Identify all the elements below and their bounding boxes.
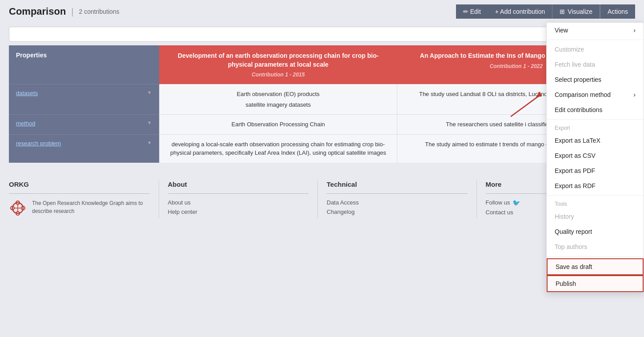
- footer-technical: Technical Data Access Changelog: [318, 181, 477, 218]
- dropdown-save-as-draft[interactable]: Save as draft: [547, 258, 644, 275]
- footer-orkg-title: ORKG: [9, 181, 150, 188]
- table-row: research problem ▼ developing a local-sc…: [9, 134, 635, 163]
- dropdown-comparison-method[interactable]: Comparison method ›: [547, 87, 644, 102]
- datasets-paper1-value-1: Earth observation (EO) products: [237, 90, 320, 99]
- chevron-right-icon: ›: [633, 27, 636, 34]
- export-section-label: Export: [547, 121, 644, 133]
- actions-button[interactable]: Actions: [600, 4, 635, 19]
- page-title: Comparison: [9, 6, 66, 17]
- actions-dropdown: View › Customize Fetch live data Select …: [546, 22, 644, 293]
- dropdown-export-csv[interactable]: Export as CSV: [547, 148, 644, 163]
- research-problem-arrow: ▼: [147, 140, 152, 145]
- property-research-problem: research problem ▼: [9, 134, 159, 163]
- footer-data-access-link[interactable]: Data Access: [327, 199, 468, 206]
- research-problem-paper1-value: developing a local-scale earth observati…: [170, 141, 386, 156]
- research-problem-paper1: developing a local-scale earth observati…: [159, 134, 397, 163]
- datasets-arrow: ▼: [147, 90, 152, 95]
- search-input[interactable]: [9, 27, 635, 42]
- chevron-right-icon-2: ›: [633, 91, 636, 98]
- properties-header: Properties: [9, 45, 159, 84]
- footer-technical-title: Technical: [327, 181, 468, 188]
- visualize-button[interactable]: ⊞ Visualize: [552, 4, 600, 19]
- datasets-paper1: Earth observation (EO) products satellit…: [159, 84, 397, 115]
- dropdown-history: History: [547, 209, 644, 224]
- footer-about-title: About: [168, 181, 309, 188]
- visualize-icon: ⊞: [560, 8, 565, 15]
- add-contribution-button[interactable]: + Add contribution: [488, 4, 552, 19]
- dropdown-fetch-live-data: Fetch live data: [547, 57, 644, 72]
- dropdown-customize: Customize: [547, 42, 644, 57]
- comparison-table: Properties Development of an earth obser…: [9, 45, 635, 163]
- contributions-count: 2 contributions: [79, 8, 120, 15]
- dropdown-view[interactable]: View ›: [547, 23, 644, 38]
- property-datasets: datasets ▼: [9, 84, 159, 115]
- action-buttons: ✏ Edit + Add contribution ⊞ Visualize Ac…: [456, 4, 635, 19]
- footer-help-center-link[interactable]: Help center: [168, 209, 309, 215]
- dropdown-top-authors: Top authors: [547, 239, 644, 254]
- method-paper1-value: Earth Observation Processing Chain: [232, 121, 325, 128]
- header-divider: |: [71, 7, 73, 17]
- footer-about: About About us Help center: [159, 181, 318, 218]
- dropdown-export-latex[interactable]: Export as LaTeX: [547, 133, 644, 148]
- footer-changelog-link[interactable]: Changelog: [327, 209, 468, 215]
- tools-section-label: Tools: [547, 197, 644, 209]
- orkg-logo: [9, 199, 27, 217]
- edit-button[interactable]: ✏ Edit: [456, 4, 488, 19]
- table-row: method ▼ Earth Observation Processing Ch…: [9, 115, 635, 135]
- table-row: datasets ▼ Earth observation (EO) produc…: [9, 84, 635, 115]
- datasets-paper1-value-2: satellite imagery datasets: [246, 100, 311, 109]
- twitter-icon: 🐦: [512, 199, 520, 206]
- visualize-label: Visualize: [568, 8, 592, 15]
- method-paper1: Earth Observation Processing Chain: [159, 115, 397, 135]
- property-method: method ▼: [9, 115, 159, 135]
- dropdown-export-pdf[interactable]: Export as PDF: [547, 163, 644, 178]
- method-link[interactable]: method: [16, 120, 35, 127]
- datasets-paper1-values: Earth observation (EO) products satellit…: [167, 90, 390, 109]
- footer-logo-row: The Open Research Knowledge Graph aims t…: [9, 199, 150, 217]
- dropdown-publish[interactable]: Publish: [547, 275, 644, 292]
- footer-follow-us-link[interactable]: Follow us: [486, 199, 510, 206]
- paper1-contribution: Contribution 1 - 2015: [166, 72, 390, 78]
- paper1-title: Development of an earth observation proc…: [166, 52, 390, 69]
- footer-orkg-description: The Open Research Knowledge Graph aims t…: [32, 199, 150, 215]
- research-problem-link[interactable]: research problem: [16, 140, 61, 147]
- page-header: Comparison | 2 contributions ✏ Edit + Ad…: [0, 0, 644, 23]
- dropdown-export-rdf[interactable]: Export as RDF: [547, 178, 644, 193]
- paper1-header: Development of an earth observation proc…: [159, 45, 397, 84]
- datasets-link[interactable]: datasets: [16, 90, 38, 96]
- dropdown-edit-contributions[interactable]: Edit contributions: [547, 102, 644, 117]
- method-arrow: ▼: [147, 120, 152, 125]
- footer-about-us-link[interactable]: About us: [168, 199, 309, 206]
- dropdown-quality-report[interactable]: Quality report: [547, 224, 644, 239]
- dropdown-select-properties[interactable]: Select properties: [547, 72, 644, 87]
- footer-orkg: ORKG The Open Research Knowledge Graph a…: [9, 181, 159, 218]
